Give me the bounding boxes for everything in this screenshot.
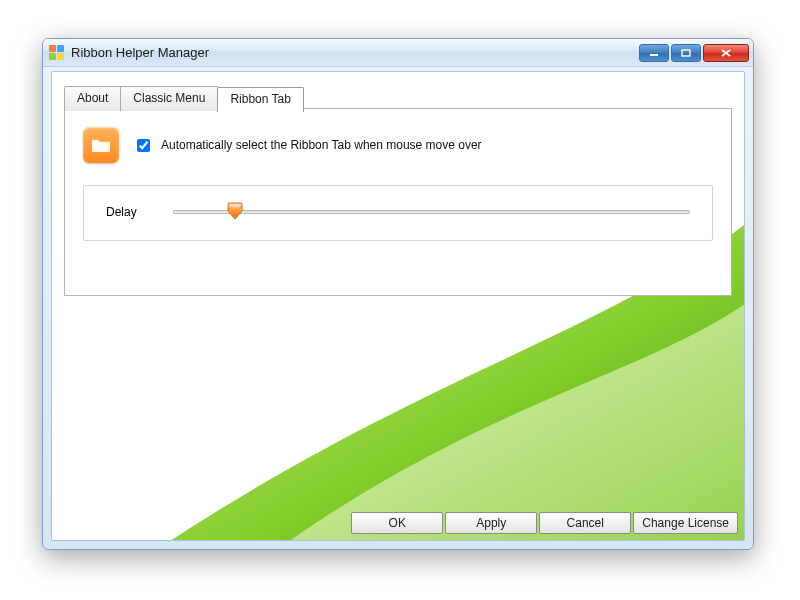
maximize-button[interactable] bbox=[671, 44, 701, 62]
app-window: Ribbon Helper Manager bbox=[42, 38, 754, 550]
tab-panel: Automatically select the Ribbon Tab when… bbox=[64, 108, 732, 296]
tab-label: About bbox=[77, 91, 108, 105]
close-button[interactable] bbox=[703, 44, 749, 62]
window-title: Ribbon Helper Manager bbox=[71, 45, 637, 60]
auto-select-label: Automatically select the Ribbon Tab when… bbox=[161, 138, 482, 152]
delay-label: Delay bbox=[106, 205, 137, 219]
slider-track bbox=[173, 210, 690, 214]
ok-button[interactable]: OK bbox=[351, 512, 443, 534]
apply-button[interactable]: Apply bbox=[445, 512, 537, 534]
minimize-button[interactable] bbox=[639, 44, 669, 62]
tab-label: Classic Menu bbox=[133, 91, 205, 105]
tab-label: Ribbon Tab bbox=[230, 92, 291, 106]
window-controls bbox=[637, 44, 749, 62]
cancel-button[interactable]: Cancel bbox=[539, 512, 631, 534]
folder-icon bbox=[83, 127, 119, 163]
minimize-icon bbox=[649, 49, 659, 57]
button-label: Change License bbox=[642, 516, 729, 530]
button-label: Cancel bbox=[567, 516, 604, 530]
button-label: Apply bbox=[476, 516, 506, 530]
tab-classic-menu[interactable]: Classic Menu bbox=[120, 86, 218, 111]
close-icon bbox=[720, 48, 732, 58]
tabstrip: About Classic Menu Ribbon Tab bbox=[64, 86, 303, 111]
client-area: About Classic Menu Ribbon Tab Automatica… bbox=[51, 71, 745, 541]
delay-group: Delay bbox=[83, 185, 713, 241]
auto-select-checkbox[interactable] bbox=[137, 139, 150, 152]
tab-about[interactable]: About bbox=[64, 86, 121, 111]
change-license-button[interactable]: Change License bbox=[633, 512, 738, 534]
svg-rect-0 bbox=[650, 54, 658, 56]
svg-rect-1 bbox=[682, 50, 690, 56]
auto-select-row: Automatically select the Ribbon Tab when… bbox=[83, 127, 713, 163]
tab-ribbon-tab[interactable]: Ribbon Tab bbox=[217, 87, 304, 112]
button-bar: OK Apply Cancel Change License bbox=[351, 512, 738, 534]
button-label: OK bbox=[389, 516, 406, 530]
delay-slider[interactable] bbox=[173, 204, 690, 220]
maximize-icon bbox=[681, 49, 691, 57]
app-icon bbox=[49, 45, 65, 61]
titlebar[interactable]: Ribbon Helper Manager bbox=[43, 39, 753, 67]
slider-thumb-icon[interactable] bbox=[227, 202, 243, 220]
